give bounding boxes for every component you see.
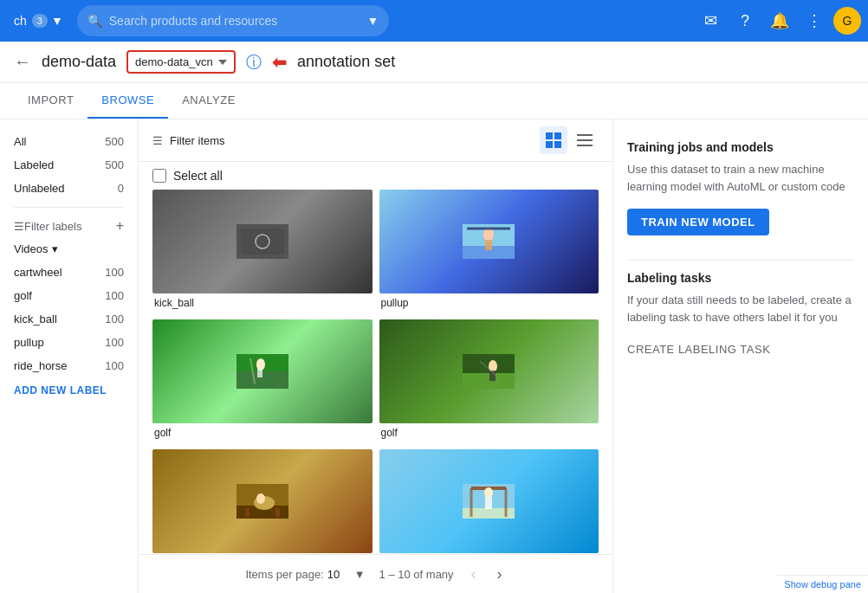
table-row[interactable]: golf — [379, 319, 599, 442]
sub-header: ← demo-data demo-data_vcn ⓘ ⬅ annotation… — [0, 42, 868, 83]
nav-icons: ✉ ? 🔔 ⋮ G — [695, 5, 861, 36]
sidebar-item-cartwheel[interactable]: cartwheel 100 — [14, 261, 124, 284]
annotation-set-select[interactable]: demo-data_vcn — [126, 50, 236, 74]
per-page-dropdown-icon: ▼ — [354, 568, 366, 581]
sidebar-item-all[interactable]: All 500 — [14, 130, 124, 153]
table-row[interactable]: pullup — [379, 449, 599, 554]
table-row[interactable]: ride_horse — [152, 449, 372, 554]
grid-icon — [546, 132, 561, 148]
grid-view-button[interactable] — [540, 126, 567, 154]
content-toolbar: ☰ Filter items — [139, 119, 612, 162]
table-row[interactable]: pullup — [379, 190, 599, 313]
search-bar[interactable]: 🔍 ▼ — [77, 5, 390, 36]
svg-rect-23 — [463, 373, 515, 389]
help-icon-button[interactable]: ? — [729, 5, 761, 36]
count-cartwheel: 100 — [105, 266, 124, 279]
count-pullup: 100 — [105, 336, 124, 349]
videos-chevron-icon: ▾ — [52, 242, 58, 255]
golf2-thumb-svg — [463, 354, 515, 389]
avatar[interactable]: G — [833, 7, 861, 35]
train-new-model-button[interactable]: TRAIN NEW MODEL — [627, 209, 769, 235]
annotation-arrow-icon: ⬅ — [272, 52, 287, 73]
search-input[interactable] — [109, 14, 360, 28]
tab-analyze[interactable]: ANALYZE — [168, 83, 249, 119]
main-content: All 500 Labeled 500 Unlabeled 0 ☰ Filter… — [0, 119, 868, 593]
filter-icon: ☰ — [14, 220, 24, 233]
label-golf: golf — [14, 289, 32, 302]
filter-labels-header[interactable]: ☰ Filter labels + — [14, 215, 124, 237]
video-thumbnail-pullup1 — [379, 190, 599, 293]
app-badge: 3 — [32, 14, 48, 28]
svg-rect-3 — [554, 141, 561, 148]
sidebar-label-unlabeled: Unlabeled — [14, 182, 65, 195]
label-cartwheel: cartwheel — [14, 266, 62, 279]
app-logo[interactable]: ch 3 ▼ — [7, 14, 70, 28]
items-per-page-label: Items per page: — [245, 568, 323, 581]
notifications-icon-button[interactable]: 🔔 — [764, 5, 795, 36]
filter-labels-label: Filter labels — [24, 220, 81, 233]
ridehorse-thumb-svg — [236, 484, 288, 519]
filter-button[interactable]: ☰ — [152, 134, 163, 147]
filter-items-label: Filter items — [170, 134, 225, 147]
next-page-button[interactable]: › — [494, 562, 506, 587]
email-icon-button[interactable]: ✉ — [695, 5, 726, 36]
create-labeling-task-button[interactable]: CREATE LABELING TASK — [627, 339, 854, 359]
list-view-button[interactable] — [571, 126, 599, 154]
annotation-help-icon[interactable]: ⓘ — [246, 52, 262, 73]
sidebar-item-pullup[interactable]: pullup 100 — [14, 331, 124, 354]
sidebar-count-all: 500 — [105, 135, 124, 148]
select-all-checkbox[interactable] — [152, 169, 166, 183]
sidebar-count-unlabeled: 0 — [118, 182, 124, 195]
svg-rect-15 — [485, 240, 492, 250]
svg-point-30 — [256, 493, 265, 504]
svg-point-19 — [256, 358, 265, 371]
sidebar-item-labeled[interactable]: Labeled 500 — [14, 153, 124, 177]
image-label-kickball: kick_ball — [152, 293, 372, 313]
select-all-row: Select all — [152, 169, 599, 183]
labeling-section-title: Labeling tasks — [627, 271, 854, 285]
filter-bar-icon: ☰ — [152, 134, 163, 147]
sidebar-item-golf[interactable]: golf 100 — [14, 284, 124, 307]
count-ride-horse: 100 — [105, 359, 124, 372]
annotation-set-label: annotation set — [297, 53, 395, 71]
label-kick-ball: kick_ball — [14, 313, 57, 326]
svg-rect-32 — [275, 508, 280, 517]
svg-rect-0 — [546, 132, 553, 139]
panel-divider — [627, 260, 854, 261]
table-row[interactable]: golf — [152, 319, 372, 442]
search-dropdown-icon: ▼ — [367, 14, 379, 28]
svg-rect-5 — [577, 139, 593, 141]
video-thumbnail-kickball — [152, 190, 372, 293]
add-new-label-button[interactable]: ADD NEW LABEL — [14, 377, 124, 403]
more-menu-button[interactable]: ⋮ — [799, 5, 830, 36]
sidebar-item-unlabeled[interactable]: Unlabeled 0 — [14, 177, 124, 200]
show-debug-pane-link[interactable]: Show debug pane — [777, 575, 868, 593]
sidebar-item-kick-ball[interactable]: kick_ball 100 — [14, 307, 124, 331]
svg-rect-31 — [245, 508, 249, 517]
prev-page-button[interactable]: ‹ — [468, 562, 480, 587]
items-per-page-group: Items per page: 10 25 50 ▼ — [245, 568, 365, 581]
sidebar-label-all: All — [14, 135, 26, 148]
tab-browse[interactable]: BROWSE — [87, 83, 168, 119]
training-section-title: Training jobs and models — [627, 140, 854, 154]
svg-rect-6 — [577, 145, 593, 146]
app-chevron-icon: ▼ — [51, 14, 63, 28]
dataset-title: demo-data — [42, 53, 116, 71]
back-button[interactable]: ← — [14, 52, 31, 72]
svg-rect-20 — [257, 369, 262, 377]
table-row[interactable]: kick_ball — [152, 190, 372, 313]
videos-label: Videos — [14, 242, 49, 255]
sidebar-divider — [14, 207, 124, 208]
sidebar-item-ride-horse[interactable]: ride_horse 100 — [14, 354, 124, 377]
kickball-thumb-svg — [236, 224, 288, 259]
items-per-page-select[interactable]: 10 25 50 — [327, 568, 351, 581]
select-all-label[interactable]: Select all — [173, 169, 223, 183]
image-grid: kick_ball pullup — [152, 190, 599, 554]
image-grid-container: Select all kick_ball — [139, 162, 612, 554]
count-golf: 100 — [105, 289, 124, 302]
sidebar-label-labeled: Labeled — [14, 158, 54, 171]
image-label-golf2: golf — [379, 423, 599, 442]
videos-header[interactable]: Videos ▾ — [14, 237, 124, 261]
tab-import[interactable]: IMPORT — [14, 83, 87, 119]
filter-add-icon[interactable]: + — [116, 218, 124, 234]
